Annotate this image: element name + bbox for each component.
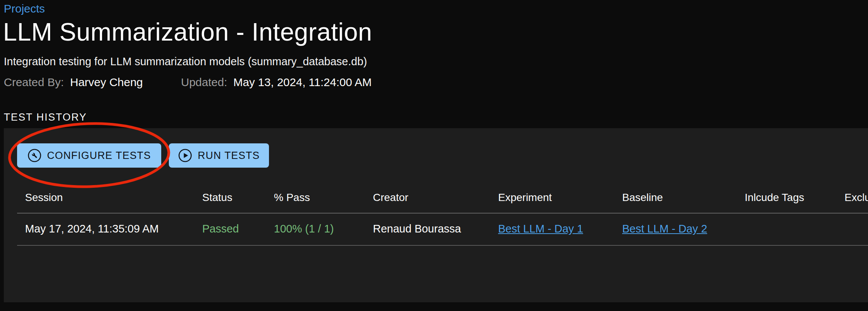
created-by-label: Created By: (4, 76, 64, 88)
wrench-circle-icon (27, 148, 42, 163)
col-header-session: Session (25, 192, 63, 204)
run-tests-button[interactable]: RUN TESTS (169, 143, 269, 168)
col-header-status: Status (202, 192, 232, 204)
col-header-baseline: Baseline (622, 192, 663, 204)
col-header-creator: Creator (373, 192, 408, 204)
updated-at: Updated: May 13, 2024, 11:24:00 AM (181, 76, 372, 89)
created-by-value: Harvey Cheng (70, 76, 143, 88)
configure-tests-button[interactable]: CONFIGURE TESTS (17, 143, 161, 168)
col-header-exclude-tags: Exclude Tags (844, 192, 868, 204)
cell-session: May 17, 2024, 11:35:09 AM (25, 223, 159, 235)
status-badge: Passed (202, 223, 239, 235)
created-by: Created By: Harvey Cheng (4, 76, 143, 89)
run-tests-label: RUN TESTS (198, 150, 259, 162)
updated-value: May 13, 2024, 11:24:00 AM (233, 76, 372, 88)
table-row-divider (17, 245, 868, 246)
page-title: LLM Summarization - Integration (3, 17, 372, 46)
test-history-section-title: TEST HISTORY (4, 112, 87, 123)
experiment-link[interactable]: Best LLM - Day 1 (498, 223, 583, 235)
table-row: May 17, 2024, 11:35:09 AM Passed 100% (1… (0, 223, 868, 238)
project-page: Projects LLM Summarization - Integration… (0, 0, 868, 311)
cell-pass-rate: 100% (1 / 1) (274, 223, 334, 235)
col-header-pass-rate: % Pass (274, 192, 310, 204)
table-header-divider (17, 213, 868, 214)
project-meta: Created By: Harvey Cheng Updated: May 13… (0, 76, 868, 90)
updated-label: Updated: (181, 76, 227, 88)
page-description: Integration testing for LLM summarizatio… (4, 55, 367, 68)
breadcrumb-projects-link[interactable]: Projects (4, 2, 45, 15)
col-header-experiment: Experiment (498, 192, 552, 204)
table-header-row: Session Status % Pass Creator Experiment… (0, 192, 868, 207)
baseline-link[interactable]: Best LLM - Day 2 (622, 223, 707, 235)
cell-creator: Renaud Bourassa (373, 223, 461, 235)
play-circle-icon (178, 148, 192, 163)
configure-tests-label: CONFIGURE TESTS (47, 150, 151, 162)
col-header-include-tags: Inlcude Tags (745, 192, 804, 204)
